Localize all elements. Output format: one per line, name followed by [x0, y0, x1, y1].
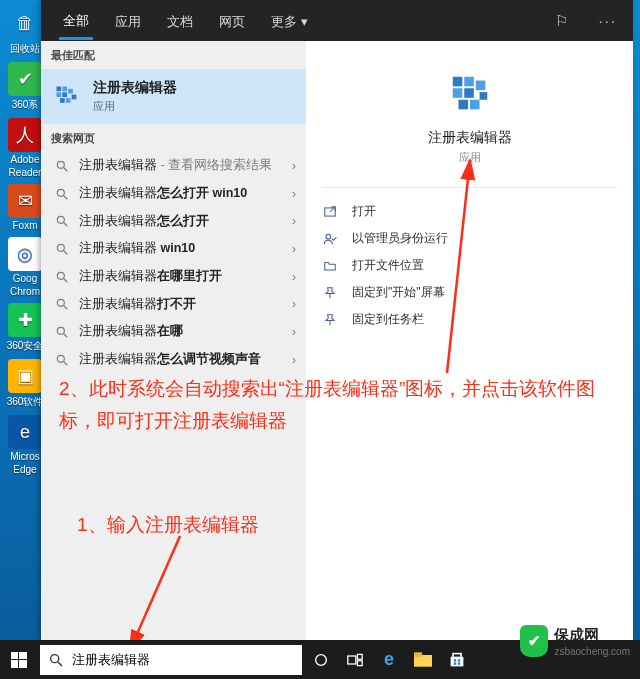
regedit-icon [53, 83, 81, 111]
more-icon[interactable]: ··· [592, 12, 623, 29]
web-suggestion-3[interactable]: 注册表编辑器 win10› [41, 235, 306, 263]
taskbar-edge-icon[interactable]: e [372, 640, 406, 679]
desktop-icon-360-secure-2[interactable]: ✚360安全 [4, 303, 46, 353]
taskview-icon[interactable] [338, 640, 372, 679]
taskbar-store-icon[interactable] [440, 640, 474, 679]
web-suggestion-6[interactable]: 注册表编辑器在哪› [41, 318, 306, 346]
action-label: 以管理员身份运行 [352, 230, 448, 247]
web-header: 搜索网页 [41, 124, 306, 152]
svg-rect-53 [454, 659, 456, 661]
admin-icon [322, 231, 338, 247]
start-button[interactable] [0, 640, 38, 679]
desktop-icon-label: Adobe [11, 154, 40, 165]
search-panel: 全部 应用 文档 网页 更多 ▾ ⚐ ··· 最佳匹配 注册表编辑器 [41, 0, 633, 640]
watermark-shield-icon: ✔ [520, 625, 548, 657]
svg-point-43 [51, 654, 59, 662]
web-suggestions-list: 注册表编辑器 - 查看网络搜索结果›注册表编辑器怎么打开 win10›注册表编辑… [41, 152, 306, 374]
svg-line-44 [58, 662, 62, 666]
detail-pane: 注册表编辑器 应用 打开以管理员身份运行打开文件位置固定到"开始"屏幕固定到任务… [306, 41, 633, 640]
search-input[interactable] [72, 652, 294, 667]
svg-rect-29 [458, 100, 468, 110]
chrome-icon: ◎ [8, 237, 42, 271]
watermark-title: 保成网 [554, 626, 599, 643]
taskbar-icons: e [304, 640, 474, 679]
svg-rect-30 [470, 100, 480, 110]
desktop-icon-edge[interactable]: eMicrosEdge [4, 415, 46, 475]
desktop-icon-adobe-reader[interactable]: 人AdobeReader [4, 118, 46, 178]
tab-web[interactable]: 网页 [215, 3, 249, 38]
watermark: ✔ 保成网 zsbaocheng.com [520, 625, 630, 657]
action-admin[interactable]: 以管理员身份运行 [316, 225, 623, 252]
feedback-icon[interactable]: ⚐ [549, 12, 574, 30]
svg-rect-27 [464, 88, 474, 98]
open-icon [322, 204, 338, 220]
divider [322, 187, 617, 188]
svg-line-23 [64, 361, 68, 365]
results-column: 最佳匹配 注册表编辑器 应用 搜索网页 注册表编辑器 - 查看网络搜索结果›注册… [41, 41, 306, 640]
recycle-bin-icon: 🗑 [8, 6, 42, 40]
action-pin-task[interactable]: 固定到任务栏 [316, 306, 623, 333]
suggestion-text: 注册表编辑器 - 查看网络搜索结果 [79, 157, 272, 174]
desktop-icon-label: Micros [10, 451, 39, 462]
pin-task-icon [322, 312, 338, 328]
svg-rect-48 [357, 660, 362, 665]
svg-line-17 [64, 278, 68, 282]
desktop-icon-chrome[interactable]: ◎GoogChrom [4, 237, 46, 297]
svg-line-11 [64, 195, 68, 199]
desktop-icon-foxmail[interactable]: ✉Foxm [4, 184, 46, 231]
tab-docs[interactable]: 文档 [163, 3, 197, 38]
best-match-subtitle: 应用 [93, 99, 177, 114]
svg-point-10 [57, 189, 64, 196]
action-label: 固定到任务栏 [352, 311, 424, 328]
desktop-icon-360-safe[interactable]: ✔360系 [4, 62, 46, 112]
pin-start-icon [322, 285, 338, 301]
desktop-icon-label: Foxm [13, 220, 38, 231]
360-software-icon: ▣ [8, 359, 42, 393]
web-suggestion-7[interactable]: 注册表编辑器怎么调节视频声音› [41, 346, 306, 374]
action-folder[interactable]: 打开文件位置 [316, 252, 623, 279]
360-secure-2-icon: ✚ [8, 303, 42, 337]
action-label: 固定到"开始"屏幕 [352, 284, 445, 301]
action-pin-start[interactable]: 固定到"开始"屏幕 [316, 279, 623, 306]
chevron-right-icon: › [292, 159, 296, 173]
chevron-right-icon: › [292, 270, 296, 284]
taskbar-explorer-icon[interactable] [406, 640, 440, 679]
svg-line-21 [64, 334, 68, 338]
web-suggestion-5[interactable]: 注册表编辑器打不开› [41, 290, 306, 318]
tab-apps[interactable]: 应用 [111, 3, 145, 38]
best-match-item[interactable]: 注册表编辑器 应用 [41, 69, 306, 124]
watermark-url: zsbaocheng.com [554, 646, 630, 657]
annotation-step-2: 2、此时系统会自动搜索出“注册表编辑器”图标，并点击该软件图标，即可打开注册表编… [59, 373, 619, 437]
svg-point-14 [57, 244, 64, 251]
taskbar-search[interactable] [40, 645, 302, 675]
svg-line-19 [64, 306, 68, 310]
web-suggestion-4[interactable]: 注册表编辑器在哪里打开› [41, 263, 306, 291]
svg-rect-54 [458, 659, 460, 661]
web-suggestion-0[interactable]: 注册表编辑器 - 查看网络搜索结果› [41, 152, 306, 180]
search-header: 全部 应用 文档 网页 更多 ▾ ⚐ ··· [41, 0, 633, 41]
suggestion-text: 注册表编辑器怎么打开 [79, 213, 209, 230]
web-suggestion-2[interactable]: 注册表编辑器怎么打开› [41, 207, 306, 235]
svg-line-13 [64, 223, 68, 227]
tab-all[interactable]: 全部 [59, 2, 93, 40]
svg-point-22 [57, 355, 64, 362]
chevron-right-icon: › [292, 325, 296, 339]
svg-point-18 [57, 300, 64, 307]
desktop-icon-recycle-bin[interactable]: 🗑回收站 [4, 6, 46, 56]
svg-rect-6 [66, 98, 71, 103]
svg-rect-7 [72, 94, 77, 99]
svg-rect-0 [57, 86, 62, 91]
chevron-right-icon: › [292, 242, 296, 256]
svg-line-15 [64, 251, 68, 255]
tab-more[interactable]: 更多 ▾ [267, 3, 312, 38]
cortana-icon[interactable] [304, 640, 338, 679]
chevron-right-icon: › [292, 187, 296, 201]
desktop-icon-360-software[interactable]: ▣360软件 [4, 359, 46, 409]
action-open[interactable]: 打开 [316, 198, 623, 225]
suggestion-text: 注册表编辑器怎么打开 win10 [79, 185, 247, 202]
svg-rect-46 [348, 656, 356, 664]
desktop-icon-label: 360系 [12, 98, 39, 112]
chevron-right-icon: › [292, 297, 296, 311]
suggestion-text: 注册表编辑器 win10 [79, 240, 195, 257]
web-suggestion-1[interactable]: 注册表编辑器怎么打开 win10› [41, 180, 306, 208]
